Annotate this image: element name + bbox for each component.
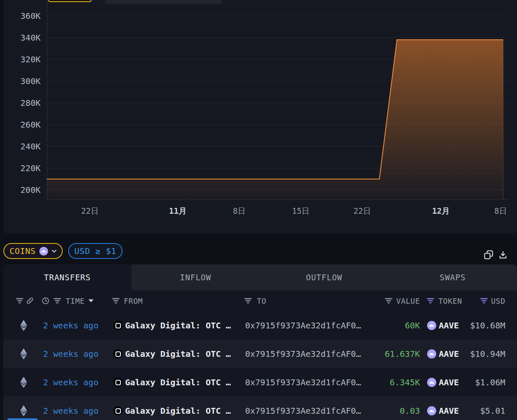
aave-icon [427,349,436,359]
time-link[interactable]: 2 weeks ago [43,377,98,387]
galaxy-digital-icon [113,349,123,359]
usd-cell: $1.06M [475,377,505,387]
ethereum-icon [20,320,27,331]
from-entity-link[interactable]: Galaxy Digital: OTC … [125,406,231,416]
usd-cell: $5.01 [480,406,505,416]
y-tick: 300K [20,76,41,86]
tab-transfers[interactable]: TRANSFERS [3,264,131,290]
time-link[interactable]: 2 weeks ago [43,406,98,416]
x-tick: 12月 [432,206,450,215]
transfers-table-card: TRANSFERS INFLOW OUTFLOW SWAPS TIME FROM [3,264,517,420]
time-link[interactable]: 2 weeks ago [43,320,98,330]
y-axis-labels: 360K 340K 320K 300K 280K 260K 240K 220K … [20,11,41,195]
value-cell: 60K [405,320,420,330]
from-entity-link[interactable]: Galaxy Digital: OTC … [125,349,231,359]
funnel-icon[interactable] [54,298,61,304]
time-link[interactable]: 2 weeks ago [43,349,98,359]
table-row[interactable]: 2 weeks ago Galaxy Digital: OTC … 0x7915… [3,340,517,368]
aave-icon [427,378,436,387]
funnel-icon[interactable] [427,298,434,304]
coins-filter-button[interactable]: COINS [3,243,63,259]
balance-chart-card: 360K 340K 320K 300K 280K 260K 240K 220K … [3,0,517,233]
funnel-icon[interactable] [16,298,23,304]
caret-down-icon[interactable] [88,299,94,302]
column-header-time[interactable]: TIME [66,297,84,305]
chevron-down-icon [52,250,56,253]
aave-icon [427,321,436,330]
ethereum-icon [20,405,27,417]
tab-outflow[interactable]: OUTFLOW [260,264,388,290]
scroll-indicator[interactable] [8,418,38,420]
table-row[interactable]: 2 weeks ago Galaxy Digital: OTC … 0x7915… [3,311,517,340]
from-entity-link[interactable]: Galaxy Digital: OTC … [125,377,231,387]
y-tick: 240K [20,141,41,151]
galaxy-digital-icon [113,406,123,415]
y-tick: 280K [20,98,41,108]
table-header: TIME FROM TO VALUE TOKEN USD [3,290,517,311]
x-tick: 22日 [353,206,371,215]
copy-icon [484,250,494,260]
y-tick: 200K [20,185,41,195]
token-cell: AAVE [439,377,459,387]
table-row[interactable]: 2 weeks ago Galaxy Digital: OTC … 0x7915… [3,368,517,397]
tab-label: SWAPS [440,273,466,282]
column-header-from[interactable]: FROM [124,297,143,305]
tab-label: OUTFLOW [306,273,342,282]
ethereum-icon [20,377,27,388]
token-cell: AAVE [439,320,459,330]
tab-label: INFLOW [180,273,211,282]
aave-icon [39,247,48,256]
funnel-icon[interactable] [244,298,252,304]
value-cell: 0.03 [400,406,420,416]
y-tick: 260K [20,120,41,130]
link-icon[interactable] [26,297,34,305]
area-fill [47,40,503,200]
to-address-link[interactable]: 0x7915f9373Ae32d1fcAF0… [245,320,361,330]
y-tick: 360K [20,11,41,21]
galaxy-digital-icon [113,321,123,330]
download-icon [498,250,508,260]
value-cell: 6.345K [390,377,420,387]
usd-cell: $10.68M [470,320,505,330]
y-tick: 220K [20,163,41,173]
column-header-token[interactable]: TOKEN [438,297,462,305]
token-cell: AAVE [439,406,459,416]
tab-label: TRANSFERS [44,273,91,282]
table-row[interactable]: 2 weeks ago Galaxy Digital: OTC … 0x7915… [3,397,517,420]
table-tabs: TRANSFERS INFLOW OUTFLOW SWAPS [3,264,517,290]
aave-icon [427,406,436,415]
coins-filter-label: COINS [10,246,36,256]
x-axis-labels: 22日 11月 8日 15日 22日 12月 8日 [81,206,507,215]
funnel-icon[interactable] [385,298,392,304]
usd-cell: $10.94M [470,349,505,359]
tab-inflow[interactable]: INFLOW [131,264,260,290]
from-entity-link[interactable]: Galaxy Digital: OTC … [125,320,231,330]
x-tick: 11月 [169,206,187,215]
usd-threshold-filter-button[interactable]: USD ≥ $1 [68,243,123,259]
x-tick: 8日 [233,206,246,215]
y-tick: 340K [20,33,41,43]
tab-swaps[interactable]: SWAPS [389,264,517,290]
value-cell: 61.637K [385,349,420,359]
to-address-link[interactable]: 0x7915f9373Ae32d1fcAF0… [245,406,361,416]
usd-threshold-label: USD ≥ $1 [74,246,116,256]
to-address-link[interactable]: 0x7915f9373Ae32d1fcAF0… [245,349,361,359]
x-tick: 8日 [494,206,507,215]
download-button[interactable] [497,249,508,260]
balance-area-chart: 360K 340K 320K 300K 280K 260K 240K 220K … [3,0,517,233]
funnel-icon[interactable] [480,298,488,304]
copy-button[interactable] [483,249,494,260]
x-tick: 22日 [81,206,99,215]
galaxy-digital-icon [113,378,123,387]
clock-icon[interactable] [42,297,49,305]
column-header-usd[interactable]: USD [491,297,505,305]
y-tick: 320K [20,54,41,64]
column-header-value[interactable]: VALUE [396,297,420,305]
funnel-icon[interactable] [112,298,120,304]
column-header-to[interactable]: TO [257,297,266,305]
ethereum-icon [20,348,27,360]
x-tick: 15日 [292,206,310,215]
token-cell: AAVE [439,349,459,359]
to-address-link[interactable]: 0x7915f9373Ae32d1fcAF0… [245,377,361,387]
